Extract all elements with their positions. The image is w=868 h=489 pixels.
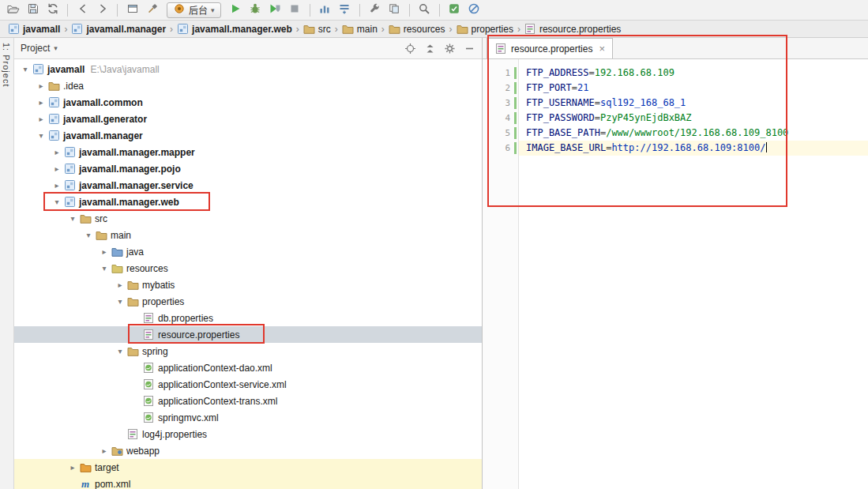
tree-item-label: javamall.manager: [63, 130, 143, 141]
chevron-down-icon[interactable]: ▾: [114, 347, 126, 355]
tree-item-main[interactable]: ▾main: [14, 227, 482, 243]
tree-item-springmvc.xml[interactable]: springmvc.xml: [14, 409, 482, 426]
line-number-2[interactable]: 2: [483, 81, 518, 96]
tree-item-javamall[interactable]: ▾javamallE:\Java\javamall: [14, 61, 482, 77]
code-line-1[interactable]: FTP_ADDRESS=192.168.68.109: [519, 66, 868, 81]
project-window-button[interactable]: [123, 2, 141, 19]
save-all-button[interactable]: [24, 2, 42, 19]
chevron-right-icon[interactable]: ▸: [51, 164, 63, 173]
tree-item-javamall.common[interactable]: ▸javamall.common: [14, 94, 482, 111]
line-number-5[interactable]: 5: [483, 126, 518, 141]
tree-item-db.properties[interactable]: db.properties: [14, 310, 482, 326]
tree-item-.idea[interactable]: ▸.idea: [14, 77, 482, 94]
chevron-right-icon[interactable]: ▸: [35, 115, 47, 123]
breadcrumb-item-javamall[interactable]: javamall: [6, 23, 62, 35]
plugin-button[interactable]: [445, 2, 464, 19]
line-number-1[interactable]: 1: [483, 66, 518, 81]
tab-resource-properties[interactable]: resource.properties ×: [487, 38, 613, 58]
code-line-3[interactable]: FTP_USERNAME=sql192_168_68_1: [519, 96, 868, 111]
breadcrumb-item-properties[interactable]: properties: [455, 24, 515, 35]
tree-item-resource.properties[interactable]: resource.properties: [14, 326, 482, 343]
chevron-right-icon[interactable]: ▸: [98, 446, 111, 455]
stop-button[interactable]: [286, 2, 304, 19]
chevron-down-icon[interactable]: ▾: [98, 264, 111, 273]
code-line-5[interactable]: FTP_BASE_PATH=/www/wwwroot/192.168.68.10…: [519, 126, 868, 141]
chevron-right-icon[interactable]: ▸: [35, 98, 47, 107]
tree-item-javamall.manager.service[interactable]: ▸javamall.manager.service: [14, 177, 482, 194]
tree-item-javamall.manager.mapper[interactable]: ▸javamall.manager.mapper: [14, 144, 482, 160]
breadcrumb-item-resource.properties[interactable]: resource.properties: [523, 23, 622, 35]
chevron-down-icon[interactable]: ▾: [114, 297, 126, 306]
chevron-down-icon[interactable]: ▾: [82, 231, 95, 239]
breadcrumb-item-resources[interactable]: resources: [387, 24, 447, 35]
tree-item-label: javamall.manager.web: [79, 197, 179, 208]
tree-item-applicationContext-dao.xml[interactable]: applicationContext-dao.xml: [14, 359, 482, 376]
code-line-4[interactable]: FTP_PASSWORD=PzyP45ynEjdBxBAZ: [519, 111, 868, 126]
gear-icon[interactable]: [444, 43, 456, 55]
code-line-6[interactable]: IMAGE_BASE_URL=http://192.168.68.109:810…: [519, 141, 868, 156]
editor[interactable]: 123456 FTP_ADDRESS=192.168.68.109FTP_POR…: [483, 59, 868, 489]
line-number-6[interactable]: 6: [483, 141, 518, 156]
line-number-4[interactable]: 4: [483, 111, 518, 126]
tree-item-properties[interactable]: ▾properties: [14, 293, 482, 310]
project-view-selector[interactable]: Project ▾: [21, 43, 58, 54]
open-button[interactable]: [4, 2, 22, 19]
code-line-2[interactable]: FTP_PORT=21: [519, 81, 868, 96]
tree-item-javamall.manager.pojo[interactable]: ▸javamall.manager.pojo: [14, 160, 482, 177]
run-button[interactable]: [227, 2, 245, 19]
tree-item-spring[interactable]: ▾spring: [14, 343, 482, 359]
tree-item-mybatis[interactable]: ▸mybatis: [14, 276, 482, 293]
edit-config-button[interactable]: [366, 2, 384, 19]
editor-code[interactable]: FTP_ADDRESS=192.168.68.109FTP_PORT=21FTP…: [519, 59, 868, 489]
breadcrumb-item-javamall.manager[interactable]: javamall.manager: [70, 23, 167, 35]
coverage-button[interactable]: [266, 2, 284, 19]
hide-panel-icon[interactable]: [464, 43, 475, 55]
tree-item-pom.xml[interactable]: mpom.xml: [14, 476, 482, 489]
close-icon[interactable]: ×: [599, 43, 605, 55]
chevron-down-icon[interactable]: ▾: [35, 131, 47, 140]
debug-button[interactable]: [246, 2, 265, 19]
copy-button[interactable]: [385, 2, 404, 19]
chevron-down-icon[interactable]: ▾: [19, 65, 32, 73]
project-tree[interactable]: ▾javamallE:\Java\javamall▸.idea▸javamall…: [14, 59, 482, 489]
project-stripe-button[interactable]: 1: Project: [2, 43, 11, 87]
chevron-down-icon[interactable]: ▾: [51, 197, 63, 206]
tree-item-src[interactable]: ▾src: [14, 210, 482, 227]
chevron-right-icon[interactable]: ▸: [35, 81, 47, 90]
tree-item-target[interactable]: ▸target: [14, 459, 482, 476]
green-plugin-icon: [448, 2, 460, 17]
tree-item-javamall.manager[interactable]: ▾javamall.manager: [14, 127, 482, 144]
folder-icon: [126, 346, 139, 356]
maven-panel-button[interactable]: [316, 2, 334, 19]
build-button[interactable]: [143, 2, 161, 19]
breadcrumb-item-main[interactable]: main: [340, 24, 379, 35]
chevron-right-icon[interactable]: ▸: [51, 181, 63, 190]
tree-item-log4j.properties[interactable]: log4j.properties: [14, 426, 482, 442]
tree-item-resources[interactable]: ▾resources: [14, 260, 482, 276]
tree-item-label: target: [95, 462, 119, 473]
module-icon: [63, 163, 76, 175]
chevron-right-icon[interactable]: ▸: [114, 280, 126, 289]
deploy-button[interactable]: [336, 2, 354, 19]
sync-button[interactable]: [43, 2, 62, 19]
locate-file-icon[interactable]: [404, 43, 416, 55]
breadcrumb-item-src[interactable]: src: [302, 24, 333, 35]
chevron-right-icon[interactable]: ▸: [66, 463, 79, 472]
tree-item-applicationContext-trans.xml[interactable]: applicationContext-trans.xml: [14, 393, 482, 409]
tree-item-javamall.manager.web[interactable]: ▾javamall.manager.web: [14, 194, 482, 210]
run-configuration-select[interactable]: 后台 ▾: [167, 2, 221, 18]
line-number-3[interactable]: 3: [483, 96, 518, 111]
chevron-down-icon[interactable]: ▾: [66, 214, 79, 223]
tree-item-java[interactable]: ▸java: [14, 243, 482, 260]
search-everywhere-button[interactable]: [415, 2, 434, 19]
chevron-right-icon[interactable]: ▸: [98, 247, 111, 256]
back-button[interactable]: [73, 2, 92, 19]
tree-item-javamall.generator[interactable]: ▸javamall.generator: [14, 111, 482, 127]
chevron-right-icon[interactable]: ▸: [51, 148, 63, 156]
tree-item-applicationContext-service.xml[interactable]: applicationContext-service.xml: [14, 376, 482, 393]
breadcrumb-item-javamall.manager.web[interactable]: javamall.manager.web: [175, 23, 294, 35]
inspections-off-button[interactable]: [465, 2, 483, 19]
collapse-all-icon[interactable]: [424, 43, 436, 55]
tree-item-webapp[interactable]: ▸webapp: [14, 442, 482, 459]
forward-button[interactable]: [93, 2, 111, 19]
